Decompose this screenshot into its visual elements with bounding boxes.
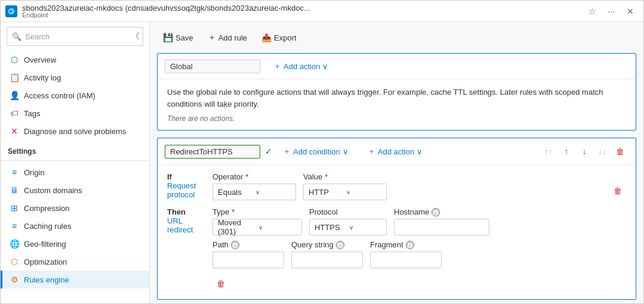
sidebar-item-label: Overview	[24, 55, 56, 64]
sidebar-item-compression[interactable]: ⊞ Compression	[1, 199, 149, 217]
add-rule-button[interactable]: ＋ Add rule	[202, 29, 253, 46]
chevron-type-icon: ∨	[258, 224, 297, 231]
protocol-field-group: Protocol HTTPS ∨	[309, 207, 387, 235]
sidebar-item-custom-domains[interactable]: 🖥 Custom domains	[1, 181, 149, 199]
search-input[interactable]	[25, 32, 125, 41]
move-down-button[interactable]: ↓	[576, 143, 593, 160]
more-button[interactable]: ···	[603, 3, 620, 20]
chevron-value-icon: ∨	[346, 189, 381, 196]
value-required: *	[325, 172, 328, 181]
sidebar-item-overview[interactable]: ⬡ Overview	[1, 51, 149, 69]
sidebar-item-label: Diagnose and solve problems	[24, 127, 126, 136]
no-actions-text: There are no actions.	[167, 114, 626, 123]
if-fields: Operator * Equals ∨ Value	[212, 172, 600, 200]
geo-filtering-icon: 🌐	[10, 239, 19, 249]
path-field-group: Path ⓘ	[212, 240, 284, 268]
move-to-top-button[interactable]: ↑↑	[540, 143, 557, 160]
global-rule-body: Use the global rule to configure actions…	[158, 79, 636, 130]
then-label-group: Then URL redirect	[167, 207, 203, 234]
chevron-down-icon: ∨	[322, 62, 328, 71]
sidebar-item-origin[interactable]: ≡ Origin	[1, 163, 149, 181]
value-label: Value *	[303, 172, 387, 181]
delete-action-button[interactable]: 🗑	[212, 275, 229, 292]
close-button[interactable]: ✕	[622, 3, 639, 20]
redirect-rule-name-input[interactable]	[165, 145, 260, 159]
if-label: If	[167, 172, 203, 181]
redirect-add-action-button[interactable]: ＋ Add action ∨	[362, 144, 429, 159]
global-rule-name-input[interactable]	[165, 60, 260, 73]
value-field-group: Value * HTTP ∨	[303, 172, 387, 200]
sidebar-item-label: Tags	[24, 109, 40, 118]
sidebar-item-activity-log[interactable]: 📋 Activity log	[1, 69, 149, 86]
move-to-bottom-button[interactable]: ↓↓	[594, 143, 611, 160]
operator-select[interactable]: Equals ∨	[212, 184, 296, 200]
optimization-icon: ⬡	[10, 257, 19, 266]
type-select[interactable]: Moved (301) ∨	[212, 219, 302, 235]
sidebar-item-label: Caching rules	[24, 222, 72, 231]
activity-log-icon: 📋	[10, 73, 19, 82]
fragment-info-icon[interactable]: ⓘ	[406, 241, 414, 249]
sidebar-item-geo-filtering[interactable]: 🌐 Geo-filtering	[1, 235, 149, 253]
type-field-group: Type * Moved (301) ∨	[212, 207, 302, 235]
save-button[interactable]: 💾 Save	[157, 30, 199, 45]
protocol-select[interactable]: HTTPS ∨	[309, 219, 387, 235]
save-icon: 💾	[163, 33, 173, 42]
app-icon	[5, 5, 17, 17]
caching-rules-icon: ≡	[10, 221, 19, 231]
content-area: 💾 Save ＋ Add rule 📤 Export ＋	[150, 22, 643, 303]
request-protocol-label: Request protocol	[167, 181, 196, 199]
plus-icon: ＋	[273, 61, 281, 72]
sidebar-item-optimization[interactable]: ⬡ Optimization	[1, 253, 149, 271]
global-rule-panel: ＋ Add action ∨ Use the global rule to co…	[157, 53, 636, 131]
global-rule-header: ＋ Add action ∨	[158, 54, 636, 79]
global-add-action-button[interactable]: ＋ Add action ∨	[267, 58, 334, 74]
path-label: Path ⓘ	[212, 240, 284, 249]
type-protocol-hostname-row: Type * Moved (301) ∨	[212, 207, 626, 235]
redirect-rule-panel: ✓ ＋ Add condition ∨ ＋ Add action ∨ ↑↑ ↑	[157, 138, 636, 300]
delete-rule-button[interactable]: 🗑	[612, 143, 628, 160]
chevron-operator-icon: ∨	[255, 189, 291, 196]
origin-icon: ≡	[10, 167, 19, 177]
sidebar-item-rules-engine[interactable]: ⚙ Rules engine	[1, 271, 149, 289]
add-condition-button[interactable]: ＋ Add condition ∨	[277, 144, 355, 159]
hostname-info-icon[interactable]: ⓘ	[432, 208, 440, 216]
collapse-button[interactable]: 《	[129, 30, 142, 43]
sidebar-item-access-control[interactable]: 👤 Access control (IAM)	[1, 86, 149, 104]
type-required: *	[232, 207, 235, 216]
diagnose-icon: ✕	[10, 126, 19, 136]
hostname-input[interactable]	[394, 219, 489, 235]
rule-action-buttons: ↑↑ ↑ ↓ ↓↓ 🗑	[540, 143, 628, 160]
nav-menu: ⬡ Overview 📋 Activity log 👤 Access contr…	[1, 51, 149, 289]
fragment-label: Fragment ⓘ	[370, 240, 442, 249]
path-info-icon[interactable]: ⓘ	[231, 241, 239, 249]
fragment-input[interactable]	[370, 252, 442, 268]
search-container: 🔍 《	[7, 27, 143, 46]
sidebar-item-diagnose[interactable]: ✕ Diagnose and solve problems	[1, 122, 149, 140]
export-icon: 📤	[261, 33, 272, 42]
sidebar-item-label: Geo-filtering	[24, 240, 66, 249]
sidebar-item-caching-rules[interactable]: ≡ Caching rules	[1, 217, 149, 235]
chevron-down-condition-icon: ∨	[343, 147, 349, 156]
redirect-rule-header: ✓ ＋ Add condition ∨ ＋ Add action ∨ ↑↑ ↑	[158, 138, 636, 165]
query-string-info-icon[interactable]: ⓘ	[336, 241, 344, 249]
add-rule-icon: ＋	[208, 32, 216, 43]
path-input[interactable]	[212, 252, 284, 268]
global-description: Use the global rule to configure actions…	[167, 86, 626, 110]
sidebar-item-tags[interactable]: 🏷 Tags	[1, 104, 149, 122]
sidebar: 🔍 《 ⬡ Overview 📋 Activity log 👤 Access c…	[1, 22, 150, 303]
move-up-button[interactable]: ↑	[558, 143, 575, 160]
compression-icon: ⊞	[10, 203, 19, 213]
type-label: Type *	[212, 207, 302, 216]
export-button[interactable]: 📤 Export	[255, 30, 303, 45]
check-icon: ✓	[265, 147, 272, 156]
sidebar-item-label: Origin	[24, 168, 45, 177]
value-select[interactable]: HTTP ∨	[303, 184, 387, 200]
query-string-input[interactable]	[291, 252, 363, 268]
main-layout: 🔍 《 ⬡ Overview 📋 Activity log 👤 Access c…	[1, 22, 643, 303]
delete-condition-button[interactable]: 🗑	[609, 182, 626, 199]
fragment-field-group: Fragment ⓘ	[370, 240, 442, 268]
sidebar-item-label: Activity log	[24, 73, 61, 82]
star-button[interactable]: ☆	[584, 3, 600, 20]
then-label: Then	[167, 207, 203, 216]
custom-domains-icon: 🖥	[10, 185, 19, 195]
